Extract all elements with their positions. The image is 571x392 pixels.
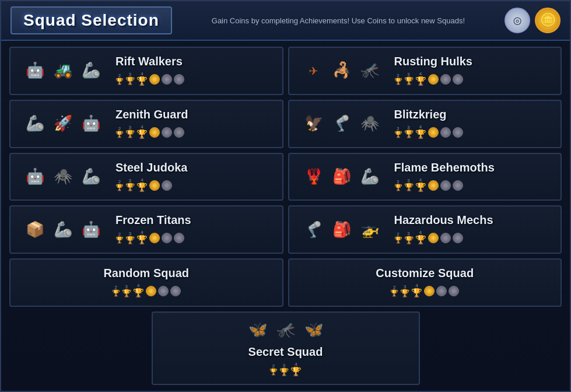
random-squad-badges: 2 🏆 3 🏆 4 🏆 bbox=[112, 284, 181, 299]
flame-behemoths-badges: 2 🏆 3 🏆 4 🏆 bbox=[394, 178, 555, 193]
trophy-2: 2 🏆 bbox=[394, 74, 402, 85]
header: Squad Selection Gain Coins by completing… bbox=[1, 1, 570, 41]
sprite-1: 🦋 bbox=[245, 317, 271, 343]
trophy-4: 4 🏆 bbox=[415, 178, 426, 193]
trophy-4: 4 🏆 bbox=[415, 72, 426, 87]
trophy-4: 4 🏆 bbox=[136, 72, 148, 87]
trophy-3: 3 🏆 bbox=[404, 72, 414, 86]
squad-card-zenith-guard[interactable]: 🦾 🚀 🤖 Zenith Guard 2 🏆 3 🏆 4 bbox=[9, 100, 283, 148]
squad-card-blitzkrieg[interactable]: 🦅 🦿 🕷️ Blitzkrieg 2 🏆 3 🏆 4 bbox=[288, 100, 562, 148]
steel-judoka-info: Steel Judoka 2 🏆 3 🏆 4 🏆 bbox=[110, 161, 276, 193]
blitzkrieg-badges: 2 🏆 3 🏆 4 🏆 bbox=[394, 125, 555, 140]
coin-badge-1 bbox=[149, 180, 160, 191]
coin-badge-1 bbox=[424, 286, 435, 296]
sprite-3: 🦋 bbox=[301, 317, 327, 343]
coin-badge-3 bbox=[453, 127, 463, 138]
sprite-2: 🚀 bbox=[50, 111, 76, 136]
customize-squad-badges: 2 🏆 3 🏆 4 🏆 bbox=[390, 284, 459, 299]
coin-badge-2 bbox=[436, 286, 447, 296]
sprite-1: 🤖 bbox=[22, 164, 48, 190]
trophy-3: 3 🏆 bbox=[404, 125, 414, 139]
squad-card-rusting-hulks[interactable]: ✈️ 🦂 🦟 Rusting Hulks 2 🏆 3 🏆 4 bbox=[288, 47, 562, 95]
squad-card-customize[interactable]: Customize Squad 2 🏆 3 🏆 4 🏆 bbox=[288, 258, 562, 307]
coin-badge-3 bbox=[449, 286, 459, 296]
frozen-titans-name: Frozen Titans bbox=[115, 214, 276, 227]
sprite-1: 🦞 bbox=[301, 164, 327, 190]
screen: Squad Selection Gain Coins by completing… bbox=[0, 0, 571, 392]
gold-coin-icon[interactable]: 🪙 bbox=[535, 8, 561, 33]
coin-badge-2 bbox=[440, 180, 451, 191]
sprite-2: 🦾 bbox=[50, 217, 76, 243]
rift-walkers-badges: 2 🏆 3 🏆 4 🏆 bbox=[115, 72, 276, 87]
coin-badge-1 bbox=[149, 74, 160, 85]
crystal-icon[interactable]: ◎ bbox=[505, 8, 530, 33]
sprite-3: 🦾 bbox=[78, 58, 104, 83]
squad-grid: 🤖 🚜 🦾 Rift Walkers 2 🏆 3 🏆 4 bbox=[1, 41, 570, 391]
rift-walkers-sprites: 🤖 🚜 🦾 bbox=[16, 58, 110, 83]
coin-badge-3 bbox=[174, 74, 184, 85]
sprite-1: 🤖 bbox=[22, 58, 48, 83]
secret-row: 🦋 🦟 🦋 Secret Squad 2 🏆 3 🏆 bbox=[9, 312, 562, 385]
secret-squad-sprites: 🦋 🦟 🦋 bbox=[245, 317, 327, 343]
trophy-4: 4 🏆 bbox=[133, 284, 144, 299]
coin-badge-3 bbox=[170, 286, 181, 296]
coin-badge-1 bbox=[428, 127, 439, 138]
squad-card-steel-judoka[interactable]: 🤖 🕷️ 🦾 Steel Judoka 2 🏆 3 🏆 4 bbox=[9, 153, 283, 201]
rift-walkers-info: Rift Walkers 2 🏆 3 🏆 4 🏆 bbox=[110, 55, 276, 87]
sprite-3: 🤖 bbox=[78, 217, 104, 243]
rusting-hulks-name: Rusting Hulks bbox=[394, 55, 555, 68]
random-squad-name: Random Squad bbox=[103, 267, 189, 280]
trophy-2: 2 🏆 bbox=[269, 364, 278, 376]
trophy-3: 3 🏆 bbox=[125, 178, 135, 192]
sprite-3: 🦾 bbox=[78, 164, 104, 190]
trophy-3: 3 🏆 bbox=[125, 72, 135, 86]
zenith-guard-name: Zenith Guard bbox=[115, 108, 276, 121]
sprite-2: 🦿 bbox=[329, 111, 355, 136]
sprite-3: 🚁 bbox=[357, 217, 383, 243]
sprite-2: 🚜 bbox=[50, 58, 76, 83]
coin-badge-2 bbox=[162, 233, 172, 243]
trophy-3: 3 🏆 bbox=[404, 232, 414, 245]
coin-badge-1 bbox=[149, 127, 160, 138]
trophy-2: 2 🏆 bbox=[112, 285, 120, 297]
trophy-2: 2 🏆 bbox=[390, 285, 398, 297]
squad-card-frozen-titans[interactable]: 📦 🦾 🤖 Frozen Titans 2 🏆 3 🏆 4 bbox=[9, 205, 283, 254]
trophy-3: 3 🏆 bbox=[400, 285, 409, 298]
title-box: Squad Selection bbox=[10, 6, 172, 34]
frozen-titans-badges: 2 🏆 3 🏆 4 🏆 bbox=[115, 230, 276, 246]
flame-behemoths-name: Flame Behemoths bbox=[394, 161, 555, 174]
squad-card-rift-walkers[interactable]: 🤖 🚜 🦾 Rift Walkers 2 🏆 3 🏆 4 bbox=[9, 47, 283, 95]
trophy-3: 3 🏆 bbox=[122, 285, 131, 298]
coin-badge-1 bbox=[146, 286, 156, 296]
sprite-1: 🦿 bbox=[301, 217, 327, 243]
squad-card-random[interactable]: Random Squad 2 🏆 3 🏆 4 🏆 bbox=[9, 258, 283, 307]
sprite-2: 🎒 bbox=[329, 164, 355, 190]
customize-squad-info: Customize Squad 2 🏆 3 🏆 4 🏆 bbox=[295, 267, 555, 299]
random-squad-info: Random Squad 2 🏆 3 🏆 4 🏆 bbox=[16, 267, 276, 299]
zenith-guard-info: Zenith Guard 2 🏆 3 🏆 4 🏆 bbox=[110, 108, 276, 140]
secret-squad-info: Secret Squad 2 🏆 3 🏆 4 🏆 bbox=[248, 345, 323, 379]
coin-badge-1 bbox=[428, 180, 439, 191]
flame-behemoths-info: Flame Behemoths 2 🏆 3 🏆 4 🏆 bbox=[388, 161, 555, 193]
steel-judoka-sprites: 🤖 🕷️ 🦾 bbox=[16, 164, 110, 190]
trophy-3: 3 🏆 bbox=[279, 363, 289, 377]
blitzkrieg-sprites: 🦅 🦿 🕷️ bbox=[295, 111, 388, 136]
squad-card-hazardous-mechs[interactable]: 🦿 🎒 🚁 Hazardous Mechs 2 🏆 3 🏆 4 bbox=[288, 205, 562, 254]
coin-badge-2 bbox=[162, 180, 172, 191]
trophy-2: 2 🏆 bbox=[115, 74, 124, 85]
coin-badge-2 bbox=[158, 286, 169, 296]
coin-badge-1 bbox=[149, 233, 160, 243]
sprite-3: 🤖 bbox=[78, 111, 104, 136]
coin-badge-3 bbox=[453, 233, 463, 243]
frozen-titans-sprites: 📦 🦾 🤖 bbox=[16, 217, 110, 243]
rusting-hulks-badges: 2 🏆 3 🏆 4 🏆 bbox=[394, 72, 555, 87]
sprite-1: ✈️ bbox=[301, 58, 327, 83]
sprite-3: 🦟 bbox=[357, 58, 383, 83]
squad-card-flame-behemoths[interactable]: 🦞 🎒 🦾 Flame Behemoths 2 🏆 3 🏆 4 bbox=[288, 153, 562, 201]
steel-judoka-badges: 2 🏆 3 🏆 4 🏆 bbox=[115, 178, 276, 193]
zenith-guard-badges: 2 🏆 3 🏆 4 🏆 bbox=[115, 125, 276, 140]
trophy-4: 4 🏆 bbox=[290, 362, 302, 377]
squad-card-secret[interactable]: 🦋 🦟 🦋 Secret Squad 2 🏆 3 🏆 bbox=[152, 312, 420, 385]
steel-judoka-name: Steel Judoka bbox=[115, 161, 276, 174]
trophy-3: 3 🏆 bbox=[125, 125, 135, 139]
